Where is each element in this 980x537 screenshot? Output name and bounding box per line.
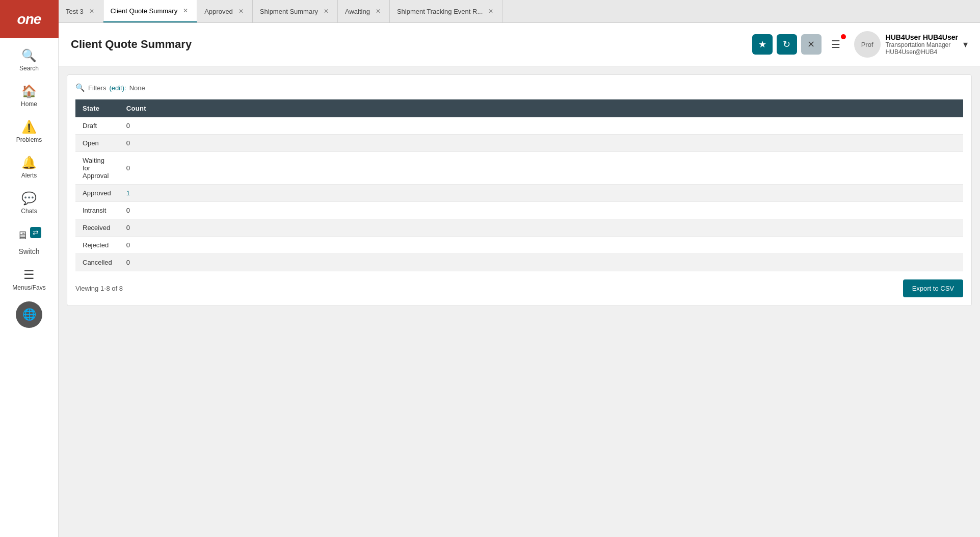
tab-bar: Test 3 ✕ Client Quote Summary ✕ Approved… (59, 0, 980, 23)
search-icon: 🔍 (21, 48, 37, 63)
cell-count: 0 (119, 219, 153, 237)
tab-shipment-tracking[interactable]: Shipment Tracking Event R... ✕ (390, 0, 502, 22)
close-icon: ✕ (807, 39, 815, 50)
sidebar-item-home[interactable]: 🏠 Home (0, 78, 58, 114)
tab-shipment-summary-label: Shipment Summary (260, 8, 318, 15)
refresh-icon: ↻ (783, 39, 790, 50)
sidebar-item-menus-label: Menus/Favs (12, 284, 45, 291)
refresh-button[interactable]: ↻ (777, 34, 797, 55)
page-title: Client Quote Summary (71, 38, 192, 51)
sidebar-item-alerts[interactable]: 🔔 Alerts (0, 149, 58, 185)
sidebar-user-avatar[interactable]: 🌐 (16, 301, 42, 328)
tab-approved-label: Approved (204, 8, 233, 15)
tab-shipment-tracking-close[interactable]: ✕ (487, 7, 495, 15)
table-row: Rejected0 (75, 237, 963, 254)
sidebar-item-problems-label: Problems (16, 136, 42, 143)
sidebar-item-alerts-label: Alerts (21, 172, 37, 179)
sidebar-item-switch[interactable]: 🖥 ⇄ Switch (0, 221, 58, 262)
cell-state: Approved (75, 185, 119, 202)
tab-test3-close[interactable]: ✕ (88, 7, 96, 15)
user-email: HUB4User@HUB4 (886, 48, 958, 56)
cell-state: Waiting for Approval (75, 152, 119, 185)
tab-awaiting-close[interactable]: ✕ (374, 7, 382, 15)
table-row: Received0 (75, 219, 963, 237)
table-row: Draft0 (75, 117, 963, 135)
switch-back-icon: 🖥 (17, 229, 28, 242)
table-row: Approved1 (75, 185, 963, 202)
switch-icon-group: 🖥 ⇄ (17, 227, 41, 245)
cell-state: Intransit (75, 202, 119, 219)
filter-icon: 🔍 (75, 83, 85, 92)
sidebar-item-home-label: Home (21, 100, 37, 108)
table-row: Open0 (75, 135, 963, 152)
summary-table: State Count Draft0Open0Waiting for Appro… (75, 99, 963, 271)
table-footer: Viewing 1-8 of 8 Export to CSV (75, 279, 963, 297)
sidebar: one 🔍 Search 🏠 Home ⚠️ Problems 🔔 Alerts… (0, 0, 59, 537)
tab-test3-label: Test 3 (66, 8, 84, 15)
cell-state: Received (75, 219, 119, 237)
cell-spacer (153, 219, 963, 237)
close-page-button[interactable]: ✕ (801, 34, 822, 55)
cell-spacer (153, 202, 963, 219)
cell-count: 0 (119, 152, 153, 185)
tab-client-quote-summary[interactable]: Client Quote Summary ✕ (103, 0, 198, 22)
star-icon: ★ (758, 39, 766, 50)
tab-approved-close[interactable]: ✕ (237, 7, 245, 15)
tab-awaiting[interactable]: Awaiting ✕ (338, 0, 390, 22)
menu-button-wrap: ☰ (826, 34, 846, 55)
tab-shipment-tracking-label: Shipment Tracking Event R... (397, 8, 483, 15)
cell-spacer (153, 152, 963, 185)
page-header: Client Quote Summary ★ ↻ ✕ ☰ Prof (59, 23, 980, 66)
filters-row: 🔍 Filters (edit): None (75, 83, 963, 92)
cell-state: Draft (75, 117, 119, 135)
tab-test3[interactable]: Test 3 ✕ (59, 0, 103, 22)
hamburger-icon: ☰ (831, 38, 840, 50)
filters-label: Filters (88, 84, 106, 92)
col-spacer (153, 99, 963, 117)
logo-text: one (17, 11, 41, 28)
sidebar-item-problems[interactable]: ⚠️ Problems (0, 114, 58, 149)
cell-count: 0 (119, 237, 153, 254)
cell-state: Rejected (75, 237, 119, 254)
cell-spacer (153, 254, 963, 271)
sidebar-item-search[interactable]: 🔍 Search (0, 42, 58, 78)
bell-icon: 🔔 (21, 156, 37, 170)
app-logo[interactable]: one (0, 0, 59, 38)
user-details: HUB4User HUB4User Transportation Manager… (886, 33, 958, 56)
cell-spacer (153, 185, 963, 202)
table-row: Cancelled0 (75, 254, 963, 271)
export-csv-button[interactable]: Export to CSV (903, 279, 963, 297)
tab-shipment-summary[interactable]: Shipment Summary ✕ (253, 0, 338, 22)
tab-client-quote-summary-close[interactable]: ✕ (181, 7, 190, 15)
tab-approved[interactable]: Approved ✕ (197, 0, 253, 22)
menu-icon: ☰ (23, 268, 35, 282)
tab-shipment-summary-close[interactable]: ✕ (322, 7, 330, 15)
table-body: Draft0Open0Waiting for Approval0Approved… (75, 117, 963, 271)
table-header-row: State Count (75, 99, 963, 117)
table-row: Waiting for Approval0 (75, 152, 963, 185)
col-count: Count (119, 99, 153, 117)
user-dropdown-icon[interactable]: ▾ (963, 39, 968, 50)
sidebar-item-switch-label: Switch (18, 247, 39, 255)
warning-icon: ⚠️ (21, 120, 37, 134)
table-header: State Count (75, 99, 963, 117)
avatar-icon: 🌐 (22, 308, 36, 321)
sidebar-item-search-label: Search (19, 65, 39, 72)
sidebar-item-chats-label: Chats (21, 208, 37, 215)
cell-spacer (153, 237, 963, 254)
sidebar-item-menus[interactable]: ☰ Menus/Favs (0, 262, 58, 297)
viewing-count: Viewing 1-8 of 8 (75, 285, 123, 292)
sidebar-item-chats[interactable]: 💬 Chats (0, 185, 58, 221)
main-area: Test 3 ✕ Client Quote Summary ✕ Approved… (59, 0, 980, 537)
chat-icon: 💬 (21, 191, 37, 206)
filters-edit-link[interactable]: (edit): (109, 84, 126, 92)
favorite-button[interactable]: ★ (752, 34, 773, 55)
cell-spacer (153, 117, 963, 135)
content-card: 🔍 Filters (edit): None State Count Draft… (67, 74, 972, 306)
cell-state: Open (75, 135, 119, 152)
tab-awaiting-label: Awaiting (345, 8, 370, 15)
home-icon: 🏠 (21, 84, 37, 98)
cell-count: 0 (119, 135, 153, 152)
cell-count[interactable]: 1 (119, 185, 153, 202)
notification-dot (840, 33, 847, 40)
